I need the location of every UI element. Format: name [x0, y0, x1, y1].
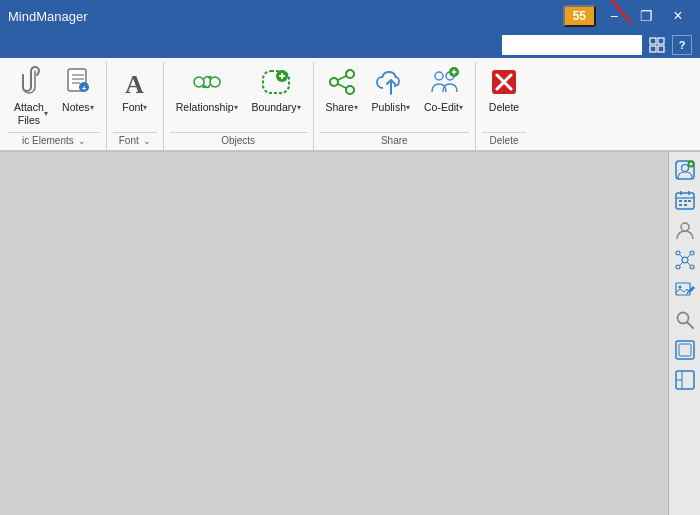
svg-point-35 [681, 165, 688, 172]
attach-files-label: AttachFiles [14, 101, 44, 126]
svg-rect-5 [658, 46, 664, 52]
svg-rect-46 [679, 204, 682, 206]
svg-text:+: + [81, 84, 86, 93]
calendar-icon [675, 190, 695, 210]
right-sidebar [668, 152, 700, 515]
ribbon-group-items: AttachFiles ▾ + [8, 62, 100, 130]
delete-icon [488, 66, 520, 98]
ribbon-group-objects-items: Relationship ▾ [170, 62, 307, 130]
window-minimize-button[interactable]: − [600, 2, 628, 30]
version-badge[interactable]: 55 [563, 5, 596, 27]
titlebar-right: 55 − ❐ × [563, 2, 692, 30]
svg-point-53 [690, 265, 694, 269]
svg-text:A: A [125, 70, 144, 99]
relationship-button[interactable]: Relationship ▾ [170, 62, 244, 118]
font-icon: A [119, 66, 151, 98]
ribbon-group-share-items: Share ▾ Publish ▾ [320, 62, 470, 130]
share-icon [326, 66, 358, 98]
boundary-icon [260, 66, 292, 98]
publish-button[interactable]: Publish ▾ [366, 62, 416, 118]
svg-rect-45 [688, 200, 691, 202]
sidebar-person-button[interactable] [671, 216, 699, 244]
boundary-button[interactable]: Boundary ▾ [246, 62, 307, 118]
svg-line-55 [687, 255, 690, 258]
share-group-label: Share [320, 132, 470, 150]
delete-button[interactable]: Delete [482, 62, 526, 118]
network-icon [675, 250, 695, 270]
share-button[interactable]: Share ▾ [320, 62, 364, 118]
ribbon-group-basic-elements: AttachFiles ▾ + [2, 62, 107, 150]
layout-icon [675, 370, 695, 390]
attach-files-button[interactable]: AttachFiles ▾ [8, 62, 54, 130]
font-group-label: Font ⌄ [113, 132, 157, 150]
attach-files-arrow: ▾ [44, 109, 48, 118]
svg-rect-64 [679, 344, 691, 356]
view-grid-button[interactable] [646, 34, 668, 56]
share-arrow: ▾ [354, 103, 358, 112]
grid-icon [649, 37, 665, 53]
notes-icon: + [62, 66, 94, 98]
objects-group-label: Objects [170, 132, 307, 150]
sidebar-contact-button[interactable] [671, 156, 699, 184]
co-edit-label: Co-Edit [424, 101, 459, 114]
main-content [0, 152, 700, 515]
svg-rect-47 [684, 204, 687, 206]
relationship-icon [191, 66, 223, 98]
svg-point-23 [346, 86, 354, 94]
titlebar-left: MindManager [8, 9, 88, 24]
svg-point-51 [690, 251, 694, 255]
help-button[interactable]: ? [672, 35, 692, 55]
svg-rect-2 [650, 38, 656, 44]
svg-point-21 [346, 70, 354, 78]
svg-rect-3 [658, 38, 664, 44]
publish-arrow: ▾ [406, 103, 410, 112]
font-arrow: ▾ [143, 103, 147, 112]
svg-rect-43 [679, 200, 682, 202]
boundary-arrow: ▾ [297, 103, 301, 112]
search-icon [675, 310, 695, 330]
svg-point-22 [330, 78, 338, 86]
window-restore-button[interactable]: ❐ [632, 2, 660, 30]
notes-button[interactable]: + Notes ▾ [56, 62, 100, 118]
sidebar-search-button[interactable] [671, 306, 699, 334]
font-button[interactable]: A Font ▾ [113, 62, 157, 118]
titlebar: MindManager 55 − ❐ × [0, 0, 700, 32]
window-close-button[interactable]: × [664, 2, 692, 30]
sidebar-frame-button[interactable] [671, 336, 699, 364]
co-edit-button[interactable]: Co-Edit ▾ [418, 62, 469, 118]
share-label: Share [326, 101, 354, 114]
svg-point-14 [210, 77, 220, 87]
boundary-label: Boundary [252, 101, 297, 114]
ribbon-group-delete: Delete Delete [476, 62, 532, 150]
svg-rect-44 [684, 200, 687, 202]
svg-point-26 [435, 72, 443, 80]
canvas-area[interactable] [0, 152, 668, 515]
svg-point-13 [194, 77, 204, 87]
notes-arrow: ▾ [90, 103, 94, 112]
sidebar-layout-button[interactable] [671, 366, 699, 394]
person-icon [675, 220, 695, 240]
search-input[interactable] [502, 35, 642, 55]
svg-rect-4 [650, 46, 656, 52]
ribbon-group-font: A Font ▾ Font ⌄ [107, 62, 164, 150]
svg-point-48 [681, 223, 689, 231]
svg-line-62 [687, 323, 693, 329]
font-label: Font [122, 101, 143, 114]
basic-elements-group-label: ic Elements ⌄ [8, 132, 100, 150]
delete-group-label: Delete [482, 132, 526, 150]
svg-point-59 [678, 286, 681, 289]
ribbon-group-share: Share ▾ Publish ▾ [314, 62, 477, 150]
svg-line-56 [680, 262, 683, 265]
sidebar-image-edit-button[interactable] [671, 276, 699, 304]
contact-icon [675, 160, 695, 180]
ribbon: AttachFiles ▾ + [0, 58, 700, 152]
svg-line-57 [687, 262, 690, 265]
publish-icon [375, 66, 407, 98]
sidebar-calendar-button[interactable] [671, 186, 699, 214]
ribbon-group-delete-items: Delete [482, 62, 526, 130]
svg-line-25 [338, 84, 346, 88]
image-edit-icon [675, 280, 695, 300]
ribbon-group-font-items: A Font ▾ [113, 62, 157, 130]
delete-label: Delete [489, 101, 519, 114]
sidebar-network-button[interactable] [671, 246, 699, 274]
